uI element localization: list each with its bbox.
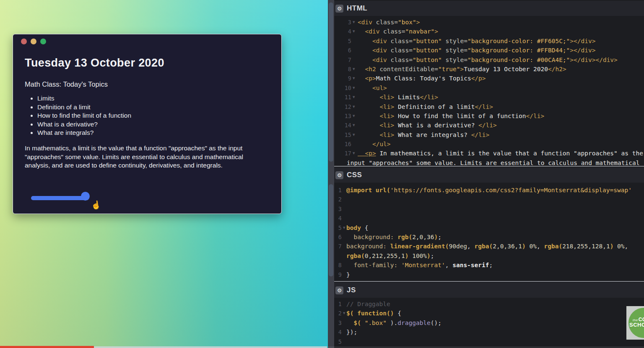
panel-js: ⚙ JS 1// Draggable2▾$( function() {3 $( … [334,281,644,348]
fold-caret-icon[interactable]: ▾ [342,223,346,232]
fold-caret-icon[interactable]: ▾ [351,102,358,111]
code-line[interactable]: rgba(0,212,255,1) 100%); [334,251,644,260]
gear-icon[interactable]: ⚙ [335,171,343,179]
slider-track[interactable] [31,196,89,200]
code-text: // Draggable [346,299,390,309]
code-line[interactable]: 9▾ <p>Math Class: Today's Topics</p> [334,74,644,83]
panel-js-header: ⚙ JS [334,283,644,298]
panel-html-header: ⚙ HTML [334,1,644,16]
fold-caret-empty [342,270,346,279]
code-line[interactable]: 6 <div class="button" style="background-… [334,46,644,55]
code-line[interactable]: 15▾ <li> What are integrals? </li> [334,130,644,139]
line-number [334,251,342,260]
draggable-note-window[interactable]: Tuesday 13 October 2020 Math Class: Toda… [13,34,282,214]
code-line[interactable]: 4}); [334,327,644,337]
fold-caret-icon[interactable]: ▾ [351,93,358,102]
fold-caret-empty [342,251,346,260]
code-line[interactable]: 7background: linear-gradient(90deg, rgba… [334,242,644,251]
code-line[interactable]: 16 </ul> [334,139,644,149]
line-number: 8 [334,64,351,74]
code-text: <li> What is a derivative? </li> [358,121,497,130]
code-text: }); [346,327,357,337]
line-number: 9 [334,270,342,279]
note-title[interactable]: Tuesday 13 October 2020 [25,57,270,70]
code-line[interactable]: 3▾<div class="box"> [334,18,644,27]
code-text: <div class="box"> [358,18,420,27]
panel-css-header: ⚙ CSS [334,168,644,183]
gear-icon[interactable]: ⚙ [335,286,343,294]
fold-caret-empty [351,139,358,149]
fold-caret-icon[interactable]: ▾ [351,64,358,74]
js-code-area[interactable]: 1// Draggable2▾$( function() {3 $( ".box… [334,299,644,346]
fold-caret-icon[interactable]: ▾ [342,309,346,318]
line-number: 3 [334,204,342,214]
line-number: 3 [334,318,342,327]
line-number: 5 [334,223,342,232]
scroll-thumb[interactable] [329,3,333,162]
code-line[interactable]: 11▾ <li> Limits</li> [334,93,644,102]
fold-caret-empty [342,299,346,309]
code-line[interactable]: 3 $( ".box" ).draggable(); [334,318,644,327]
code-line[interactable]: 4 [334,214,644,223]
code-line[interactable]: input "approaches" some value. Limits ar… [334,158,644,166]
line-number: 12 [334,102,351,111]
code-line[interactable]: 8▾ <h2 contentEditable="true">Tuesday 13… [334,64,644,74]
code-line[interactable]: 4▾ <div class="navbar"> [334,27,644,36]
code-text: </ul> [358,139,391,149]
fold-caret-icon[interactable]: ▾ [351,74,358,83]
fold-caret-empty [342,337,346,346]
window-button-close[interactable] [21,39,27,44]
fold-caret-icon[interactable]: ▾ [351,121,358,130]
code-line[interactable]: 5 <div class="button" style="background-… [334,36,644,46]
code-line[interactable]: 13▾ <li> How to find the limit of a func… [334,111,644,121]
fold-caret-empty [342,186,346,195]
slider-thumb[interactable] [81,192,90,201]
line-number: 14 [334,121,351,130]
code-line[interactable]: 6 background: rgb(2,0,36); [334,232,644,242]
code-line[interactable]: 1// Draggable [334,299,644,309]
topic-item: Definition of a limit [37,103,270,112]
code-line[interactable]: 17▾ <p> In mathematics, a limit is the v… [334,149,644,158]
channel-logo-circle: theCO SCHO [628,308,644,338]
topic-item: What are integrals? [37,129,270,137]
fold-caret-icon[interactable]: ▾ [351,130,358,139]
code-line[interactable]: 1@import url('https://fonts.googleapis.c… [334,186,644,195]
fold-caret-icon[interactable]: ▾ [351,18,358,27]
fold-caret-empty [351,55,358,64]
fold-caret-icon[interactable]: ▾ [351,27,358,36]
line-number: 4 [334,27,351,36]
editor-splitter[interactable] [328,0,334,348]
video-progress-remaining [327,346,644,348]
fold-caret-empty [342,242,346,251]
fold-caret-empty [342,260,346,270]
code-line[interactable]: 3 [334,204,644,214]
css-code-area[interactable]: 1@import url('https://fonts.googleapis.c… [334,186,644,279]
line-number: 8 [334,260,342,270]
video-progress-bar[interactable] [0,346,644,348]
code-line[interactable]: 8 font-family: 'Montserrat', sans-serif; [334,260,644,270]
code-line[interactable]: 2 [334,195,644,204]
panel-html: ⚙ HTML 3▾<div class="box">4▾ <div class=… [334,0,644,166]
code-line[interactable]: 2▾$( function() { [334,309,644,318]
fold-caret-icon[interactable]: ▾ [351,149,358,158]
scroll-thumb[interactable] [329,184,333,276]
code-line[interactable]: 14▾ <li> What is a derivative? </li> [334,121,644,130]
code-line[interactable]: 7 <div class="button" style="background-… [334,55,644,64]
code-line[interactable]: 5 [334,337,644,346]
code-line[interactable]: 10▾ <ul> [334,83,644,93]
video-progress-played[interactable] [0,346,94,348]
fold-caret-empty [342,232,346,242]
code-text: rgba(0,212,255,1) 100%); [346,251,434,260]
fold-caret-icon[interactable]: ▾ [351,83,358,93]
code-line[interactable]: 5▾body { [334,223,644,232]
code-line[interactable]: 12▾ <li> Definition of a limit</li> [334,102,644,111]
hand-cursor-icon: ☝ [91,199,102,210]
gear-icon[interactable]: ⚙ [335,5,343,13]
logo-line2: SCHO [629,322,644,328]
window-button-minimize[interactable] [31,39,36,44]
window-button-zoom[interactable] [40,39,46,44]
preview-pane: Tuesday 13 October 2020 Math Class: Toda… [0,0,328,348]
html-code-area[interactable]: 3▾<div class="box">4▾ <div class="navbar… [334,18,644,166]
code-line[interactable]: 9} [334,270,644,279]
fold-caret-icon[interactable]: ▾ [351,111,358,121]
